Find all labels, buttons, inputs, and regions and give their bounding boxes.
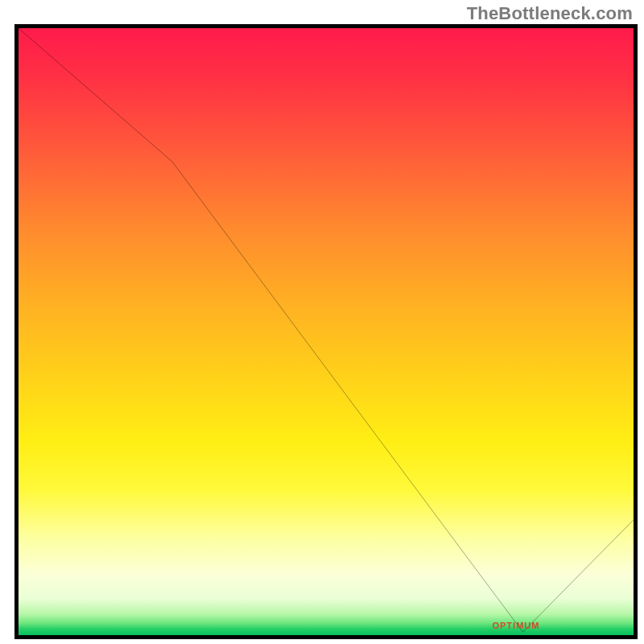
plot-frame: OPTIMUM [14, 24, 638, 639]
curve-layer [19, 28, 634, 635]
chart-stage: TheBottleneck.com OPTIMUM [0, 0, 644, 644]
watermark-text: TheBottleneck.com [467, 3, 633, 24]
bottleneck-curve [19, 28, 634, 632]
optimum-label: OPTIMUM [492, 621, 539, 630]
